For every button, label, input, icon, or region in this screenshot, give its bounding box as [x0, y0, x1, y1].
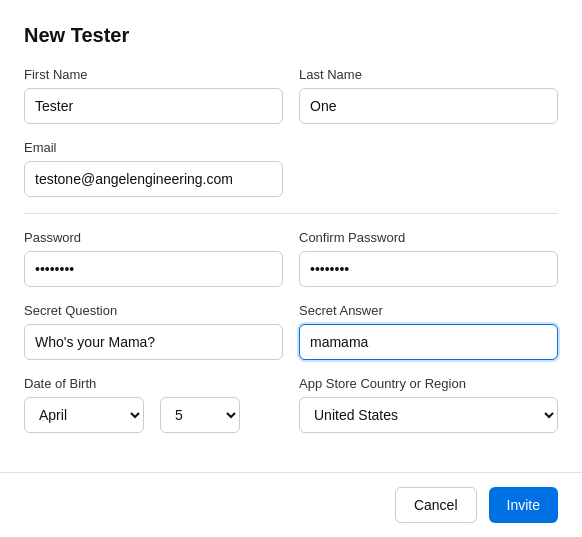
divider: [24, 213, 558, 214]
password-group: Password: [24, 230, 283, 287]
dob-selects: January February March April May June Ju…: [24, 397, 283, 433]
dob-group: Date of Birth January February March Apr…: [24, 376, 283, 433]
dob-month-select[interactable]: January February March April May June Ju…: [24, 397, 144, 433]
dob-label: Date of Birth: [24, 376, 283, 391]
confirm-password-label: Confirm Password: [299, 230, 558, 245]
secret-answer-input[interactable]: [299, 324, 558, 360]
first-name-input[interactable]: [24, 88, 283, 124]
last-name-input[interactable]: [299, 88, 558, 124]
email-group: Email: [24, 140, 283, 197]
secret-answer-label: Secret Answer: [299, 303, 558, 318]
last-name-label: Last Name: [299, 67, 558, 82]
modal-content: New Tester First Name Last Name Email Pa…: [0, 0, 582, 472]
confirm-password-group: Confirm Password: [299, 230, 558, 287]
last-name-group: Last Name: [299, 67, 558, 124]
modal-footer: Cancel Invite: [0, 472, 582, 537]
first-name-group: First Name: [24, 67, 283, 124]
password-input[interactable]: [24, 251, 283, 287]
app-store-select[interactable]: United States United Kingdom Canada Aust…: [299, 397, 558, 433]
page-title: New Tester: [24, 24, 558, 47]
first-name-label: First Name: [24, 67, 283, 82]
email-input[interactable]: [24, 161, 283, 197]
confirm-password-input[interactable]: [299, 251, 558, 287]
secret-row: Secret Question Secret Answer: [24, 303, 558, 360]
cancel-button[interactable]: Cancel: [395, 487, 477, 523]
secret-question-label: Secret Question: [24, 303, 283, 318]
dob-day-select[interactable]: 1 2 3 4 5 6 7 8 9 10: [160, 397, 240, 433]
secret-answer-group: Secret Answer: [299, 303, 558, 360]
app-store-group: App Store Country or Region United State…: [299, 376, 558, 433]
email-row: Email: [24, 140, 558, 197]
password-row: Password Confirm Password: [24, 230, 558, 287]
secret-question-group: Secret Question: [24, 303, 283, 360]
secret-question-input[interactable]: [24, 324, 283, 360]
app-store-label: App Store Country or Region: [299, 376, 558, 391]
password-label: Password: [24, 230, 283, 245]
name-row: First Name Last Name: [24, 67, 558, 124]
email-label: Email: [24, 140, 283, 155]
dob-appstore-row: Date of Birth January February March Apr…: [24, 376, 558, 433]
invite-button[interactable]: Invite: [489, 487, 558, 523]
